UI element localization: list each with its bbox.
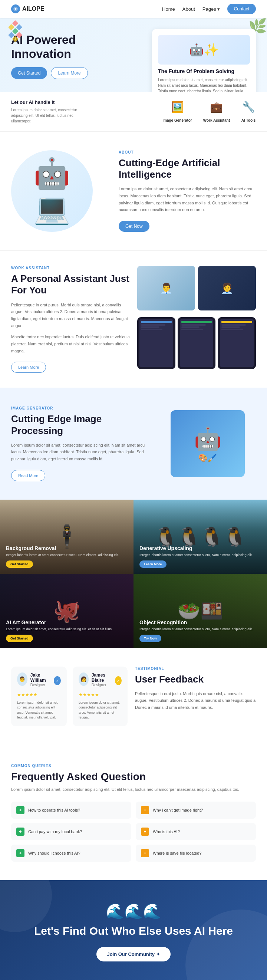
img-proc-read-more-button[interactable]: Read More bbox=[11, 470, 45, 481]
service-item-ai-tools[interactable]: 🔧 AI Tools bbox=[241, 99, 256, 123]
about-cta-button[interactable]: Get Now bbox=[119, 221, 149, 232]
chevron-down-icon: ▾ bbox=[217, 6, 220, 12]
obj-recognition-title: Object Recognition bbox=[140, 619, 261, 625]
img-proc-title: Cutting Edge Image Processing bbox=[11, 413, 148, 436]
hero-title: AI Powered Innovation bbox=[11, 33, 130, 61]
testi-text-1: Lorem ipsum dolor sit amet, consectetur … bbox=[17, 700, 61, 720]
testi-header-2: 👩 James Blaire Designer ✓ bbox=[79, 673, 122, 689]
upscaling-text: Integer lobortis lorem at amet consectet… bbox=[140, 553, 261, 557]
service-left: Let our AI handle it Lorem ipsum dolor s… bbox=[11, 99, 85, 124]
faq-item-3[interactable]: + Who is this AI? bbox=[136, 823, 256, 840]
testi-info-2: James Blaire Designer bbox=[92, 673, 112, 689]
nav-contact-button[interactable]: Contact bbox=[227, 4, 256, 14]
testi-info-1: Jake William Designer bbox=[30, 673, 51, 689]
feature-card-art-gen: 🐙 AI Art Generator Lorem ipsum dolor sit… bbox=[0, 574, 134, 648]
about-label: ABOUT bbox=[119, 150, 256, 154]
about-section: 🤖💻 ABOUT Cutting-Edge Artificial Intelli… bbox=[0, 132, 267, 250]
art-gen-button[interactable]: Get Started bbox=[6, 635, 33, 642]
upscaling-overlay: Denerative Upscaling Integer lobortis lo… bbox=[134, 500, 267, 574]
faq-grid: + How to operate this AI tools? + Why i … bbox=[11, 802, 256, 862]
testi-name-2: James Blaire bbox=[92, 673, 112, 683]
nav-home[interactable]: Home bbox=[162, 6, 175, 12]
avatar-2: 👩 bbox=[79, 673, 89, 686]
testi-stars-1: ★★★★★ bbox=[17, 692, 61, 697]
upscaling-button[interactable]: Learn More bbox=[140, 560, 167, 568]
phone-mockup-2 bbox=[178, 317, 216, 369]
cta-content: 🌊🌊🌊 Let's Find Out Who Else Uses AI Here… bbox=[11, 902, 256, 961]
obj-recognition-overlay: Object Recognition Integer lobortis lore… bbox=[134, 574, 267, 648]
about-title: Cutting-Edge Artificial Intelligence bbox=[119, 157, 256, 180]
phone-screen-1 bbox=[140, 319, 173, 367]
faq-icon-1: + bbox=[141, 806, 149, 814]
testi-role-1: Designer bbox=[30, 683, 51, 687]
faq-item-2[interactable]: + Can i pay with my local bank? bbox=[11, 823, 131, 840]
faq-question-3: Who is this AI? bbox=[153, 829, 180, 834]
person2-placeholder: 🧑‍💼 bbox=[198, 266, 256, 310]
service-item-label: Work Assistant bbox=[203, 118, 230, 123]
service-item-label: AI Tools bbox=[242, 118, 256, 123]
testi-main-text: Pellentesque in erat justo. Morbi quis o… bbox=[135, 690, 256, 711]
faq-desc: Lorem ipsum dolor sit amet, consectetur … bbox=[11, 786, 256, 793]
faq-item-4[interactable]: + Why should i choose this AI? bbox=[11, 845, 131, 862]
about-robot-illustration: 🤖💻 bbox=[33, 156, 70, 226]
service-item-label: Image Generator bbox=[162, 118, 192, 123]
faq-question-1: Why i can't get image right? bbox=[153, 808, 203, 812]
image-gen-icon: 🖼️ bbox=[170, 99, 185, 114]
feature-card-bg-removal: 🕴️ Backgroud Removal Integer lobortis lo… bbox=[0, 500, 134, 574]
testi-verified-2: ✓ bbox=[115, 676, 122, 685]
service-left-title: Let our AI handle it bbox=[11, 99, 85, 105]
get-started-button[interactable]: Get Started bbox=[11, 67, 47, 79]
testimonial-card-2: 👩 James Blaire Designer ✓ ★★★★★ Lorem ip… bbox=[73, 667, 127, 726]
testi-stars-2: ★★★★★ bbox=[79, 692, 122, 697]
phone-mockup-1 bbox=[137, 317, 175, 369]
about-content: ABOUT Cutting-Edge Artificial Intelligen… bbox=[119, 150, 256, 232]
faq-item-0[interactable]: + How to operate this AI tools? bbox=[11, 802, 131, 819]
feature-card-upscaling: 🐧🐧🐧🐧 Denerative Upscaling Integer lobort… bbox=[134, 500, 267, 574]
faq-icon-5: + bbox=[141, 849, 149, 857]
img-proc-visual: 🤖 🎨🖌️ bbox=[159, 410, 256, 477]
cta-section: 🌊🌊🌊 Let's Find Out Who Else Uses AI Here… bbox=[0, 880, 267, 980]
logo-icon bbox=[11, 5, 20, 13]
work-assistant-section: WORK ASSISTANT A Personal Assistant Just… bbox=[0, 251, 267, 388]
nav-pages[interactable]: Pages▾ bbox=[202, 6, 220, 12]
image-processing-section: IMAGE GENERATOR Cutting Edge Image Proce… bbox=[0, 388, 267, 499]
testi-role-2: Designer bbox=[92, 683, 112, 687]
obj-recognition-text: Integer lobortis lorem at amet consectet… bbox=[140, 627, 261, 632]
faq-icon-0: + bbox=[16, 806, 24, 814]
img-proc-text: Lorem ipsum dolor sit amet, consectetur … bbox=[11, 442, 148, 463]
about-circle-bg: 🤖💻 bbox=[11, 150, 93, 232]
art-gen-text: Lorem ipsum dolor sit amet, consectetur … bbox=[6, 627, 127, 632]
bg-removal-overlay: Backgroud Removal Integer lobortis lorem… bbox=[0, 500, 134, 574]
testi-verified-1: ✓ bbox=[54, 676, 61, 685]
faq-label: Common Queries bbox=[11, 764, 256, 768]
obj-recognition-button[interactable]: Try Now bbox=[140, 635, 161, 642]
hero-card: 🤖✨ The Future Of Problem Solving Lorem i… bbox=[152, 29, 256, 92]
img-proc-label: IMAGE GENERATOR bbox=[11, 406, 148, 410]
learn-more-button[interactable]: Learn More bbox=[51, 67, 87, 79]
service-item-work-assistant[interactable]: 💼 Work Assistant bbox=[203, 99, 230, 123]
logo[interactable]: AILOPE bbox=[11, 5, 44, 13]
cta-join-button[interactable]: Join Our Community ✦ bbox=[97, 947, 170, 961]
nav-about[interactable]: About bbox=[183, 6, 195, 12]
faq-icon-3: + bbox=[141, 827, 149, 836]
upscaling-title: Denerative Upscaling bbox=[140, 545, 261, 551]
hero-card-illustration: 🤖✨ bbox=[158, 35, 250, 65]
avatar-1: 👨 bbox=[17, 673, 27, 686]
person1-placeholder: 👨‍💼 bbox=[137, 266, 195, 310]
service-items: 🖼️ Image Generator 💼 Work Assistant 🔧 AI… bbox=[162, 99, 256, 123]
faq-item-1[interactable]: + Why i can't get image right? bbox=[136, 802, 256, 819]
testimonials-section: 👨 Jake William Designer ✓ ★★★★★ Lorem ip… bbox=[0, 648, 267, 745]
bg-removal-button[interactable]: Get Started bbox=[6, 560, 33, 568]
feature-cards: 🕴️ Backgroud Removal Integer lobortis lo… bbox=[0, 500, 267, 648]
diamond-decoration bbox=[8, 23, 23, 39]
testimonial-main: TESTIMONIAL User Feedback Pellentesque i… bbox=[135, 667, 256, 726]
img-proc-text: IMAGE GENERATOR Cutting Edge Image Proce… bbox=[11, 406, 148, 481]
work-assistant-icon: 💼 bbox=[209, 99, 224, 114]
service-item-image-gen[interactable]: 🖼️ Image Generator bbox=[162, 99, 192, 123]
work-images: 👨‍💼 🧑‍💼 bbox=[137, 266, 256, 373]
hero-content: AI Powered Innovation Get Started Learn … bbox=[11, 33, 130, 79]
faq-question-5: Where is save file located? bbox=[153, 851, 201, 855]
faq-item-5[interactable]: + Where is save file located? bbox=[136, 845, 256, 862]
faq-question-2: Can i pay with my local bank? bbox=[28, 829, 82, 834]
work-learn-more-button[interactable]: Learn More bbox=[11, 362, 46, 373]
